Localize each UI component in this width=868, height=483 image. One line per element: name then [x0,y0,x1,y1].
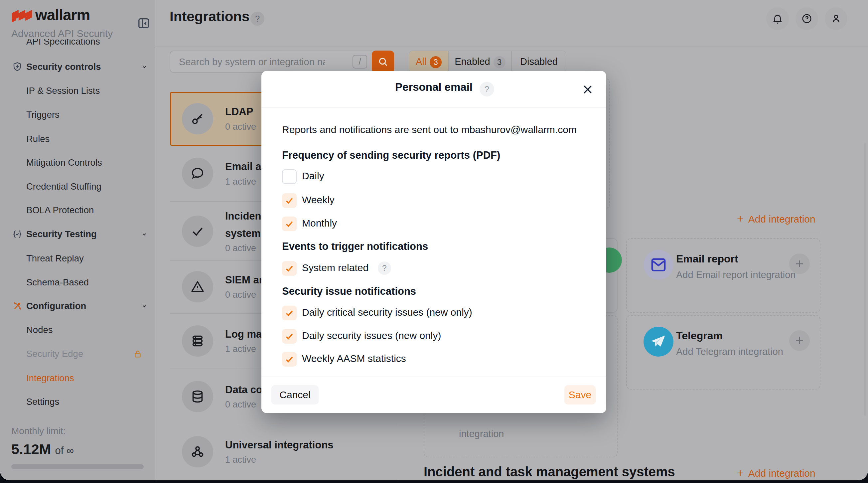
list-item-subtitle: 0 active [225,243,256,253]
modal-title: Personal email [261,81,606,93]
sidebar-item-security-controls[interactable]: Security controls [0,55,155,79]
envelope-icon [644,250,674,280]
checkmark-icon [285,332,294,341]
close-button[interactable] [582,84,594,95]
header-divider [155,47,868,47]
add-telegram-button[interactable] [789,330,810,351]
checkbox-checked [282,261,297,276]
sidebar-item-security-testing[interactable]: Security Testing [0,222,155,246]
screen: API Specifications wallarm Advanced API … [0,0,868,483]
telegram-card[interactable]: Telegram Add Telegram integration [626,315,820,390]
user-icon [830,13,842,24]
chevron-down-icon [141,303,148,309]
frequency-heading: Frequency of sending security reports (P… [282,149,500,161]
tab-all-count: 3 [430,56,442,68]
card-subtitle: Add Email report integration [676,269,796,280]
events-heading: Events to trigger notifications [282,241,428,252]
checkmark-icon [285,196,294,205]
list-item-title: LDAP [225,106,253,118]
tools-icon [12,301,23,311]
list-item-title-line2: system [225,228,261,240]
search-input[interactable] [178,51,326,73]
sidebar-item-rules[interactable]: Rules [0,127,155,151]
warning-icon [182,271,213,302]
checkbox-unchecked [282,169,297,184]
sidebar-item-bola-protection[interactable]: BOLA Protection [0,198,155,222]
system-related-help-icon[interactable]: ? [378,262,391,275]
plus-icon: + [737,212,744,225]
email-report-card[interactable]: Email report Add Email report integratio… [626,238,820,313]
brand-name: wallarm [35,6,90,24]
list-item-title: SIEM an [225,274,266,286]
sidebar-item-nodes[interactable]: Nodes [0,318,155,342]
list-item-title: Email a [225,161,261,173]
checkbox-checked [282,329,297,343]
list-item-subtitle: 1 active [225,344,256,354]
search-button[interactable] [372,51,394,73]
check-icon [182,216,213,247]
chevron-down-icon [141,231,148,238]
list-item-title: Data co [225,384,262,396]
sidebar-item-schema-based[interactable]: Schema-Based [0,270,155,294]
database-icon [182,381,213,412]
sidebar-item-credential-stuffing[interactable]: Credential Stuffing [0,175,155,199]
collapse-panel-icon [137,17,150,30]
scrollbar[interactable] [864,143,866,416]
monthly-limit-progressbar [11,464,144,469]
bell-icon [772,13,783,24]
card-title: Email report [676,253,738,265]
section-heading: Incident and task management systems [424,464,675,479]
page-help-icon[interactable]: ? [250,12,265,26]
cancel-button[interactable]: Cancel [271,385,319,404]
notifications-button[interactable] [766,7,789,30]
sidebar-item-integrations[interactable]: Integrations [0,366,155,390]
sidebar-item-ip-session-lists[interactable]: IP & Session Lists [0,79,155,103]
sidebar-item-settings[interactable]: Settings [0,390,155,414]
close-icon [582,84,594,95]
telegram-icon [644,327,674,357]
sidebar-item-triggers[interactable]: Triggers [0,103,155,127]
braces-check-icon [12,229,23,240]
tab-enabled[interactable]: Enabled3 [448,51,512,73]
tab-disabled[interactable]: Disabled [512,51,566,73]
list-item-subtitle: 0 active [225,122,256,132]
checkmark-icon [285,264,294,273]
security-heading: Security issue notifications [282,285,416,297]
collapse-sidebar-button[interactable] [137,17,150,30]
plus-icon: + [737,466,744,479]
checkmark-icon [285,308,294,318]
tab-enabled-count: 3 [494,56,505,68]
webhook-icon [182,436,213,467]
help-button[interactable] [796,7,818,30]
checkbox-checked [282,193,297,208]
list-item-subtitle: 1 active [225,177,256,187]
brand-subtitle: Advanced API Security [11,28,113,39]
sidebar-item-mitigation-controls[interactable]: Mitigation Controls [0,151,155,175]
add-email-report-button[interactable] [789,253,810,274]
list-item-title: Universal integrations [225,439,334,451]
save-button[interactable]: Save [564,385,596,404]
add-integration-link-top[interactable]: +Add integration [737,212,815,225]
app-panel: API Specifications wallarm Advanced API … [0,0,868,480]
modal-help-icon[interactable]: ? [479,82,494,96]
sidebar-item-threat-replay[interactable]: Threat Replay [0,246,155,270]
tab-all[interactable]: All3 [409,51,448,73]
checkbox-checked [282,216,297,231]
chat-icon [182,158,213,189]
sidebar-item-security-edge[interactable]: Security Edge [0,342,155,366]
row-divider [170,425,397,425]
list-item-subtitle: 1 active [225,455,256,465]
checkbox-checked [282,352,297,367]
page-title: Integrations [169,9,249,25]
list-item-title: Inciden [225,210,261,222]
search-shortcut-key: / [352,55,367,68]
sidebar-item-configuration[interactable]: Configuration [0,294,155,318]
card-subtitle: Add Telegram integration [676,346,783,357]
search-icon [377,56,389,67]
modal-footer-divider [261,376,606,377]
key-icon [182,103,213,134]
shield-bolt-icon [12,62,23,72]
profile-button[interactable] [825,7,847,30]
modal-intro-text: Reports and notifications are sent out t… [282,124,577,135]
add-integration-link-bottom[interactable]: +Add integration [737,466,815,479]
